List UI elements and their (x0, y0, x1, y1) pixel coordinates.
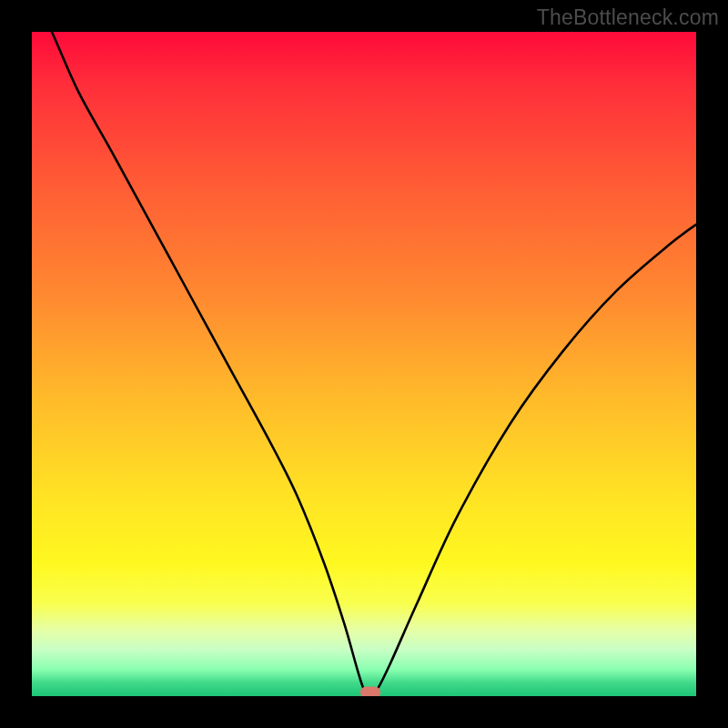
watermark-text: TheBottleneck.com (537, 5, 719, 30)
chart-frame: TheBottleneck.com (0, 0, 728, 728)
curve-path (32, 32, 696, 696)
optimal-point-marker (360, 687, 380, 697)
bottleneck-curve (32, 32, 696, 696)
plot-area (32, 32, 696, 696)
